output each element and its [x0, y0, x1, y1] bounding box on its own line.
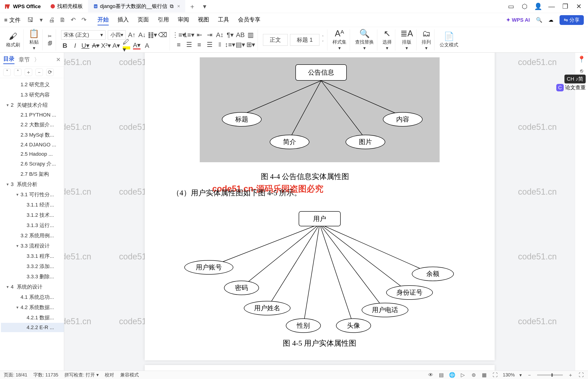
- copy-icon[interactable]: 🗐: [48, 41, 52, 46]
- outline-item[interactable]: 2.2 大数据介...: [1, 120, 64, 130]
- outline-refresh-icon[interactable]: ⟳: [46, 68, 54, 76]
- outline-item[interactable]: 3.2 系统用例...: [1, 231, 64, 241]
- cube-icon[interactable]: ⬡: [521, 3, 528, 10]
- fit-icon[interactable]: ⛶: [492, 372, 498, 378]
- save-dropdown-icon[interactable]: ▾: [38, 17, 44, 23]
- close-window-icon[interactable]: ✕: [575, 3, 582, 10]
- align-left-icon[interactable]: ≡: [175, 41, 183, 48]
- outline-item[interactable]: 3.1.1 经济...: [1, 200, 64, 210]
- zoom-value[interactable]: 130%: [503, 372, 515, 378]
- popout-icon[interactable]: ⧉: [169, 4, 174, 9]
- outline-item[interactable]: 3.3.3 删除...: [1, 271, 64, 282]
- highlight-icon[interactable]: 🖊▾: [123, 42, 130, 49]
- outline-item[interactable]: 4.2.1 数据...: [1, 313, 64, 323]
- app-logo[interactable]: WPS Office: [0, 0, 45, 13]
- ribbon-layout-v[interactable]: 🗂排列▾: [418, 29, 435, 50]
- outline-more-icon[interactable]: 〉: [34, 56, 40, 63]
- restore-icon[interactable]: ❐: [562, 3, 568, 10]
- text-direction-icon[interactable]: AB: [236, 31, 244, 39]
- columns-icon[interactable]: ▥: [247, 31, 254, 39]
- wps-ai-button[interactable]: ✦ WPS AI: [506, 17, 530, 23]
- outline-list[interactable]: 1.2 研究意义1.3 研究内容▾2关键技术介绍2.1 PYTHON ...2.…: [0, 78, 64, 371]
- outline-item[interactable]: ▾4.2 系统数据...: [1, 302, 64, 313]
- numbering-icon[interactable]: 1≡▾: [185, 31, 193, 39]
- outline-tab-toc[interactable]: 目录: [3, 55, 15, 64]
- bold-icon[interactable]: B: [61, 42, 68, 49]
- status-spell[interactable]: 拼写检查: 打开 ▾: [64, 372, 99, 378]
- clear-format-icon[interactable]: ⌫: [159, 31, 166, 39]
- outline-item[interactable]: 2.1 PYTHON ...: [1, 110, 64, 120]
- line-spacing-icon[interactable]: ↕≡▾: [226, 41, 234, 48]
- status-proof[interactable]: 校对: [105, 372, 114, 378]
- tab-templates[interactable]: 找稻壳模板: [45, 0, 88, 13]
- add-tab-button[interactable]: ＋: [185, 0, 199, 13]
- menu-review[interactable]: 审阅: [178, 15, 189, 25]
- outline-item[interactable]: ▾3.1 可行性分...: [1, 190, 64, 200]
- rail-item-1[interactable]: ⎋: [577, 66, 586, 75]
- outline-item[interactable]: 2.7 B/S 架构: [1, 169, 64, 179]
- avatar-icon[interactable]: 👤: [535, 3, 541, 10]
- status-compat[interactable]: 兼容模式: [120, 372, 139, 378]
- outline-remove-icon[interactable]: －: [35, 68, 43, 76]
- outline-expand-icon[interactable]: ˄: [14, 68, 21, 76]
- search-icon[interactable]: 🔍: [536, 17, 542, 23]
- reading-view-icon[interactable]: 👁: [428, 372, 434, 378]
- outline-item[interactable]: 3.1.3 运行...: [1, 220, 64, 231]
- bullets-icon[interactable]: ⋮≡▾: [175, 31, 183, 39]
- ribbon-format-brush[interactable]: 🖌 格式刷: [3, 29, 24, 50]
- settings-dots-icon[interactable]: ⊚: [471, 372, 477, 378]
- border-icon[interactable]: ⊞▾: [247, 41, 254, 48]
- strike-icon[interactable]: A▾: [92, 42, 100, 49]
- plagiarism-check[interactable]: C 论文查重: [556, 84, 586, 91]
- italic-icon[interactable]: I: [71, 42, 79, 49]
- pin-icon[interactable]: 📍: [577, 55, 586, 63]
- undo-icon[interactable]: ↶: [70, 17, 77, 23]
- zoom-out-icon[interactable]: －: [526, 372, 533, 378]
- save-icon[interactable]: 🖫: [27, 17, 34, 23]
- sort-icon[interactable]: A↕: [216, 31, 223, 39]
- outline-tab-sections[interactable]: 章节: [19, 56, 30, 63]
- text-fill-icon[interactable]: A▾: [133, 42, 140, 49]
- increase-font-icon[interactable]: A↑: [128, 31, 135, 39]
- shading-icon[interactable]: ▤▾: [236, 41, 244, 48]
- print-preview-icon[interactable]: 🗎: [59, 17, 66, 23]
- ribbon-official-mode[interactable]: 📄公文模式: [436, 29, 462, 50]
- outline-item[interactable]: 2.6 Scrapy 介...: [1, 159, 64, 169]
- tab-menu-button[interactable]: ▾: [199, 0, 210, 13]
- outline-item[interactable]: 1.3 研究内容: [1, 90, 64, 100]
- tab-document[interactable]: W django基于大数据的__银行信 ⧉ ×: [88, 0, 185, 13]
- ribbon-find-replace[interactable]: 🔍查找替换▾: [352, 29, 377, 50]
- outline-item[interactable]: ▾4系统的设计: [1, 282, 64, 292]
- cut-icon[interactable]: ✂: [48, 33, 52, 39]
- ime-indicator[interactable]: CH ♪简: [564, 75, 586, 83]
- menu-view[interactable]: 视图: [198, 15, 209, 25]
- menu-page[interactable]: 页面: [138, 15, 149, 25]
- char-shading-icon[interactable]: A: [143, 42, 151, 49]
- outline-item[interactable]: ▾3系统分析: [1, 179, 64, 190]
- font-name-combo[interactable]: 宋体 (正文)▾: [61, 30, 105, 40]
- menu-tools[interactable]: 工具: [218, 15, 229, 25]
- status-words[interactable]: 字数: 11735: [33, 372, 58, 378]
- change-case-icon[interactable]: ䷁▾: [149, 31, 156, 39]
- apps-icon[interactable]: ▭: [508, 3, 514, 10]
- zoom-slider[interactable]: [537, 374, 563, 376]
- style-normal[interactable]: 正文: [263, 34, 288, 46]
- superscript-icon[interactable]: X²▾: [102, 42, 110, 49]
- menu-start[interactable]: 开始: [98, 15, 109, 25]
- outline-item[interactable]: 1.2 研究意义: [1, 79, 64, 90]
- file-menu[interactable]: ≡ 文件: [4, 16, 20, 24]
- align-right-icon[interactable]: ≡: [196, 41, 203, 48]
- ribbon-layout-h[interactable]: ≣A排版▾: [397, 29, 417, 50]
- cloud-icon[interactable]: ☁: [548, 17, 554, 23]
- outline-item[interactable]: 3.3.2 添加...: [1, 261, 64, 271]
- paragraph-marks-icon[interactable]: ¶▾: [226, 31, 234, 39]
- print-icon[interactable]: 🖨: [49, 17, 55, 23]
- outline-item[interactable]: 2.4 DJANGO ...: [1, 140, 64, 149]
- minimize-icon[interactable]: —: [548, 3, 555, 10]
- underline-icon[interactable]: U▾: [82, 42, 89, 49]
- outdent-icon[interactable]: ⇤: [196, 31, 203, 39]
- ribbon-styleset[interactable]: Aᴬ样式集▾: [329, 29, 350, 50]
- outline-item[interactable]: 3.3.1 程序...: [1, 251, 64, 261]
- style-nav-up-icon[interactable]: ˄: [322, 35, 324, 40]
- align-justify-icon[interactable]: ☰: [206, 41, 213, 48]
